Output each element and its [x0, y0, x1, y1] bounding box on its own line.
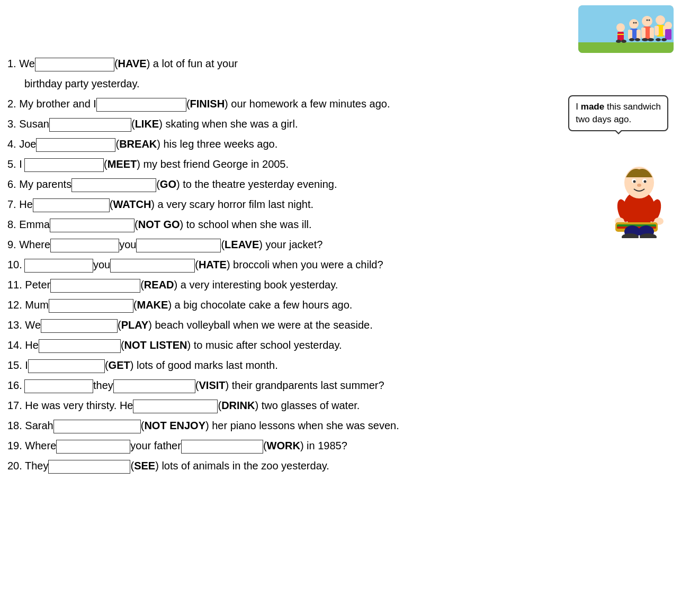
input-4[interactable] [36, 138, 115, 152]
line-12-verb: MAKE [137, 296, 168, 313]
input-16a[interactable] [24, 379, 93, 393]
speech-made: made [581, 102, 604, 112]
input-10a[interactable] [24, 259, 93, 273]
line-1-text: ) a lot of fun at your [147, 55, 238, 72]
line-17-text: ( [218, 397, 221, 414]
input-15[interactable] [28, 359, 105, 373]
line-7: 7. He (WATCH) a very scary horror film l… [7, 196, 674, 213]
line-3-verb: LIKE [135, 115, 159, 132]
svg-point-24 [648, 38, 654, 41]
svg-point-26 [635, 38, 640, 41]
input-12[interactable] [49, 299, 133, 313]
input-9a[interactable] [50, 239, 119, 252]
input-1[interactable] [35, 58, 114, 71]
line-16-text: they [93, 377, 113, 394]
line-16-text: ) their grandparents last summer? [226, 377, 384, 394]
line-16-number: 16. [7, 377, 24, 394]
line-20-verb: SEE [134, 457, 155, 474]
line-14-text: ( [121, 337, 124, 354]
line-7-text: ) a very scary horror film last night. [151, 196, 313, 213]
line-18-verb: NOT ENJOY [144, 417, 205, 434]
line-6-number: 6. My parents [7, 176, 71, 193]
svg-point-30 [621, 40, 626, 43]
input-6[interactable] [71, 178, 156, 192]
line-3-text: ) skating when she was a girl. [159, 115, 298, 132]
line-1-number: 1. We [7, 55, 35, 72]
line-15: 15. I (GET) lots of good marks last mont… [7, 357, 674, 374]
line-11-number: 11. Peter [7, 276, 50, 293]
input-19b[interactable] [181, 440, 263, 454]
line-18-text: ) her piano lessons when she was seven. [205, 417, 399, 434]
line-6-text: ( [156, 176, 160, 193]
svg-point-2 [642, 16, 652, 26]
input-3[interactable] [49, 118, 131, 132]
svg-point-6 [629, 19, 639, 29]
line-20-text: ( [130, 457, 134, 474]
line-8-number: 8. Emma [7, 216, 50, 233]
line-4-number: 4. Joe [7, 135, 36, 152]
line-10-text: ) broccoli when you were a child? [227, 256, 383, 273]
svg-point-20 [635, 22, 637, 24]
svg-point-22 [649, 20, 650, 21]
line-17: 17. He was very thirsty. He (DRINK) two … [7, 397, 674, 414]
line-15-verb: GET [109, 357, 130, 374]
input-11[interactable] [50, 279, 140, 293]
line-9: 9. Where you (LEAVE) your jacket? [7, 236, 674, 253]
line-16-verb: VISIT [199, 377, 225, 394]
speech-bubble: I made this sandwich two days ago. [568, 95, 668, 131]
input-7[interactable] [33, 198, 110, 212]
svg-point-38 [637, 184, 641, 187]
line-2-text: ) our homework a few minutes ago. [225, 95, 390, 112]
header-area [7, 5, 674, 53]
line-19-text: your father [130, 437, 181, 454]
input-19a[interactable] [56, 440, 130, 454]
input-9b[interactable] [136, 239, 221, 252]
line-9-number: 9. Where [7, 236, 50, 253]
svg-point-17 [665, 22, 672, 29]
line-9-text: you [119, 236, 136, 253]
line-3-number: 3. Susan [7, 115, 49, 132]
input-20[interactable] [48, 460, 130, 474]
line-17-number: 17. He was very thirsty. He [7, 397, 133, 414]
line-19-number: 19. Where [7, 437, 56, 454]
line-11: 11. Peter (READ) a very interesting book… [7, 276, 674, 293]
line-13-verb: PLAY [121, 316, 149, 333]
svg-point-36 [633, 180, 636, 183]
input-13[interactable] [41, 319, 118, 333]
line-6-verb: GO [160, 176, 176, 193]
line-7-number: 7. He [7, 196, 33, 213]
line-10: 10. you (HATE) broccoli when you were a … [7, 256, 674, 273]
svg-rect-8 [628, 30, 632, 39]
svg-point-28 [661, 38, 667, 41]
line-14-verb: NOT LISTEN [124, 337, 187, 354]
input-18[interactable] [53, 420, 141, 433]
line-1-verb: HAVE [118, 55, 147, 72]
line-19-verb: WORK [267, 437, 300, 454]
svg-point-27 [656, 38, 661, 41]
svg-point-37 [644, 180, 647, 183]
svg-rect-9 [637, 30, 641, 39]
input-16b[interactable] [113, 379, 195, 393]
line-19: 19. Where your father (WORK) in 1985? [7, 437, 674, 454]
line-1-continuation: birthday party yesterday. [7, 75, 674, 92]
linus-cartoon [605, 153, 674, 238]
line-9-verb: LEAVE [225, 236, 259, 253]
input-2[interactable] [96, 98, 186, 112]
input-10b[interactable] [110, 259, 195, 273]
line-14-number: 14. He [7, 337, 39, 354]
svg-point-29 [616, 40, 621, 43]
line-8-verb: NOT GO [138, 216, 180, 233]
line-4-text: ) his leg three weeks ago. [157, 135, 277, 152]
line-1-text: ( [114, 55, 118, 72]
line-8-text: ( [135, 216, 138, 233]
input-17[interactable] [133, 400, 218, 413]
line-2-text: ( [186, 95, 190, 112]
svg-point-10 [656, 15, 665, 25]
line-6-text: ) to the theatre yesterday evening. [176, 176, 337, 193]
cartoon-top-image [578, 5, 674, 53]
line-11-text: ) a very interesting book yesterday. [174, 276, 338, 293]
input-5[interactable] [24, 158, 104, 172]
input-8[interactable] [50, 219, 135, 232]
input-14[interactable] [39, 339, 121, 353]
line-5-text: ) my best friend George in 2005. [137, 156, 289, 173]
